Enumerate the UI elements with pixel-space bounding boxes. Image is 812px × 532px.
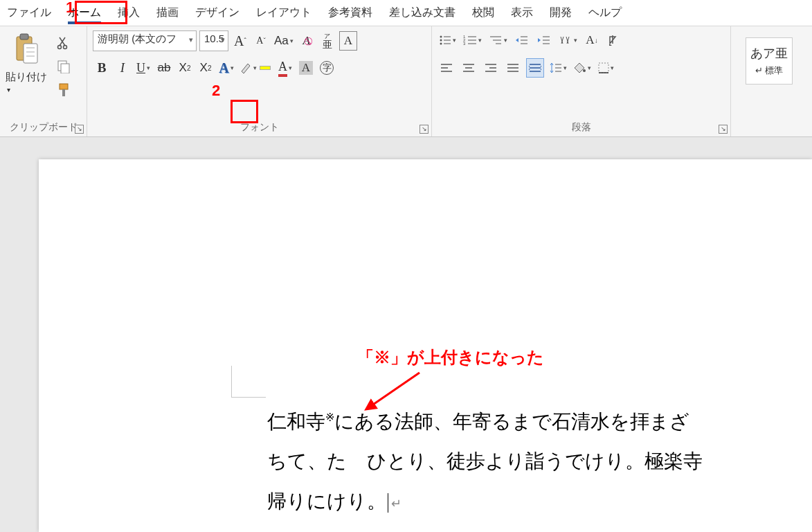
text-superscript: ※ [325,411,334,423]
paragraph-dialog-launcher[interactable] [719,125,728,134]
svg-point-6 [58,46,62,49]
group-label-paragraph: 段落 [437,118,725,135]
format-painter-icon[interactable] [55,82,72,98]
annotation-arrow [350,367,433,416]
tab-insert[interactable]: 挿入 [118,0,140,26]
enclose-characters-button[interactable]: 字 [318,58,336,78]
svg-point-14 [440,39,442,42]
strikethrough-button[interactable]: ab [155,58,173,78]
line-spacing-button[interactable]: ▾ [548,58,568,78]
text-cursor [388,493,388,513]
shrink-font-button[interactable]: Aˇ [252,31,270,51]
numbering-button[interactable]: 123▾ [462,30,483,50]
cut-icon[interactable] [55,35,72,51]
align-left-button[interactable] [437,58,455,78]
copy-icon[interactable] [55,58,72,75]
underline-button[interactable]: U▾ [134,58,152,78]
svg-point-7 [64,46,67,49]
italic-button[interactable]: I [114,58,132,78]
multilevel-list-button[interactable]: ▾ [487,30,509,50]
svg-rect-1 [20,34,28,39]
font-size-select[interactable]: 10.5 [199,30,228,51]
asian-layout-button[interactable]: ▾ [557,30,579,50]
callout-label-2: 2 [212,82,220,100]
text-line2: ちて、たゞひとり、徒歩より詣うでけり。極楽寺 [267,450,703,472]
bullets-button[interactable]: ▾ [437,30,458,50]
bold-button[interactable]: B [93,58,111,78]
borders-button[interactable]: ▾ [597,58,615,78]
svg-point-51 [583,69,586,72]
align-center-button[interactable] [460,58,478,78]
character-border-button[interactable]: A [339,31,357,51]
tab-mailings[interactable]: 差し込み文書 [389,0,455,26]
group-font: 游明朝 (本文のフ 10.5 Aˆ Aˇ Aa▾ A⃠ ア亜 A B I U▾ … [87,26,432,136]
change-case-button[interactable]: Aa▾ [273,31,295,51]
tab-developer[interactable]: 開発 [550,0,572,26]
phonetic-guide-button[interactable]: ア亜 [318,31,336,51]
increase-indent-button[interactable] [535,30,553,50]
svg-rect-2 [24,44,37,63]
clear-formatting-button[interactable]: A⃠ [298,31,316,51]
font-color-button[interactable]: A▾ [276,58,294,78]
paste-label[interactable]: 貼り付け ▾ [6,71,47,94]
style-normal[interactable]: あア亜 ↵ 標準 [746,37,793,85]
font-name-select[interactable]: 游明朝 (本文のフ [93,30,197,51]
style-name-label: ↵ 標準 [755,64,784,77]
tab-design[interactable]: デザイン [195,0,240,26]
document-body-text[interactable]: 仁和寺※にある法師、年寄るまで石清水を拝まざ ちて、たゞひとり、徒歩より詣うでけ… [267,402,812,521]
shading-button[interactable]: ▾ [572,58,593,78]
highlight-color-swatch [260,66,271,70]
justify-button[interactable] [504,58,522,78]
svg-text:3: 3 [463,42,466,46]
distributed-button[interactable] [526,58,544,78]
text-line3: 帰りにけり。 [267,490,386,512]
svg-rect-10 [60,84,68,89]
tab-help[interactable]: ヘルプ [588,0,622,26]
decrease-indent-button[interactable] [513,30,531,50]
style-preview: あア亜 [750,45,788,62]
text-effects-button[interactable]: A▾ [217,58,235,78]
document-page[interactable]: 「※」が上付きになった 仁和寺※にある法師、年寄るまで石清水を拝まざ ちて、たゞ… [39,159,812,532]
text-line1a: 仁和寺 [267,411,325,432]
align-right-button[interactable] [482,58,500,78]
margin-guide [231,366,266,398]
highlight-button[interactable]: ▾ [238,58,258,78]
paste-icon[interactable] [10,30,43,68]
svg-line-54 [371,373,419,406]
tab-references[interactable]: 参考資料 [328,0,372,26]
clipboard-dialog-launcher[interactable] [75,125,84,134]
ribbon: 2 貼り付け ▾ [0,26,812,137]
tab-view[interactable]: 表示 [511,0,533,26]
svg-rect-11 [62,89,65,96]
subscript-button[interactable]: X2 [176,58,194,78]
font-dialog-launcher[interactable] [419,125,428,134]
grow-font-button[interactable]: Aˆ [231,31,249,51]
group-clipboard: 貼り付け ▾ クリップボード [0,26,87,136]
superscript-button[interactable]: X2 [197,58,215,78]
tab-layout[interactable]: レイアウト [256,0,312,26]
svg-point-16 [440,43,442,45]
callout-label-1: 1 [66,0,74,17]
group-paragraph: ▾ 123▾ ▾ ▾ [432,26,731,136]
group-label-clipboard: クリップボード [6,118,81,135]
chevron-down-icon: ▾ [7,86,10,94]
tab-review[interactable]: 校閲 [472,0,494,26]
tab-file[interactable]: ファイル [7,0,51,26]
sort-button[interactable]: A↓ [583,30,601,50]
group-styles: あア亜 ↵ 標準 [731,26,807,136]
group-label-font: フォント [93,118,426,135]
tab-draw[interactable]: 描画 [156,0,179,26]
ribbon-tabs: ファイル ホーム 挿入 描画 デザイン レイアウト 参考資料 差し込み文書 校閲… [0,0,812,26]
document-area: 「※」が上付きになった 仁和寺※にある法師、年寄るまで石清水を拝まざ ちて、たゞ… [0,137,812,532]
show-marks-button[interactable] [605,30,623,50]
annotation-text: 「※」が上付きになった [357,346,544,369]
paragraph-mark-icon: ↵ [391,497,402,511]
character-shading-button[interactable]: A [297,58,315,78]
svg-rect-52 [599,63,608,73]
svg-point-12 [440,36,442,38]
svg-rect-9 [61,64,69,73]
